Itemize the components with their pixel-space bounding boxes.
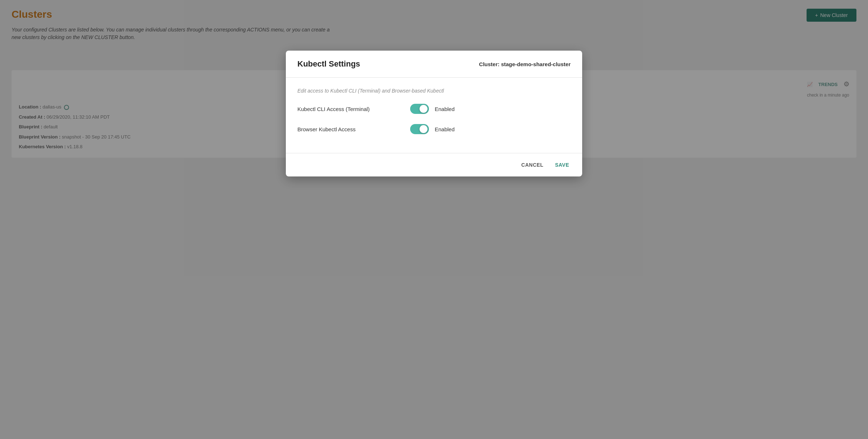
modal-header: Kubectl Settings Cluster: stage-demo-sha… [286, 51, 582, 78]
browser-kubectl-row: Browser Kubectl Access Enabled [297, 124, 571, 134]
save-button[interactable]: SAVE [554, 159, 571, 171]
modal-overlay: Kubectl Settings Cluster: stage-demo-sha… [0, 0, 868, 439]
modal-title: Kubectl Settings [297, 59, 360, 69]
kubectl-cli-toggle[interactable] [410, 104, 429, 114]
kubectl-cli-track [410, 104, 429, 114]
cancel-button[interactable]: CANCEL [520, 159, 545, 171]
kubectl-cli-thumb [420, 105, 427, 113]
kubectl-settings-modal: Kubectl Settings Cluster: stage-demo-sha… [286, 51, 582, 176]
kubectl-cli-status: Enabled [435, 106, 455, 112]
modal-body: Edit access to Kubectl CLI (Terminal) an… [286, 78, 582, 150]
kubectl-cli-label: Kubectl CLI Access (Terminal) [297, 106, 399, 112]
browser-kubectl-thumb [420, 125, 427, 133]
browser-kubectl-track [410, 124, 429, 134]
kubectl-cli-toggle-container: Enabled [410, 104, 455, 114]
modal-footer: CANCEL SAVE [286, 153, 582, 176]
modal-subtitle: Edit access to Kubectl CLI (Terminal) an… [297, 88, 571, 94]
browser-kubectl-label: Browser Kubectl Access [297, 126, 399, 132]
kubectl-cli-row: Kubectl CLI Access (Terminal) Enabled [297, 104, 571, 114]
modal-cluster-label: Cluster: stage-demo-shared-cluster [479, 61, 571, 67]
browser-kubectl-status: Enabled [435, 126, 455, 132]
browser-kubectl-toggle-container: Enabled [410, 124, 455, 134]
browser-kubectl-toggle[interactable] [410, 124, 429, 134]
